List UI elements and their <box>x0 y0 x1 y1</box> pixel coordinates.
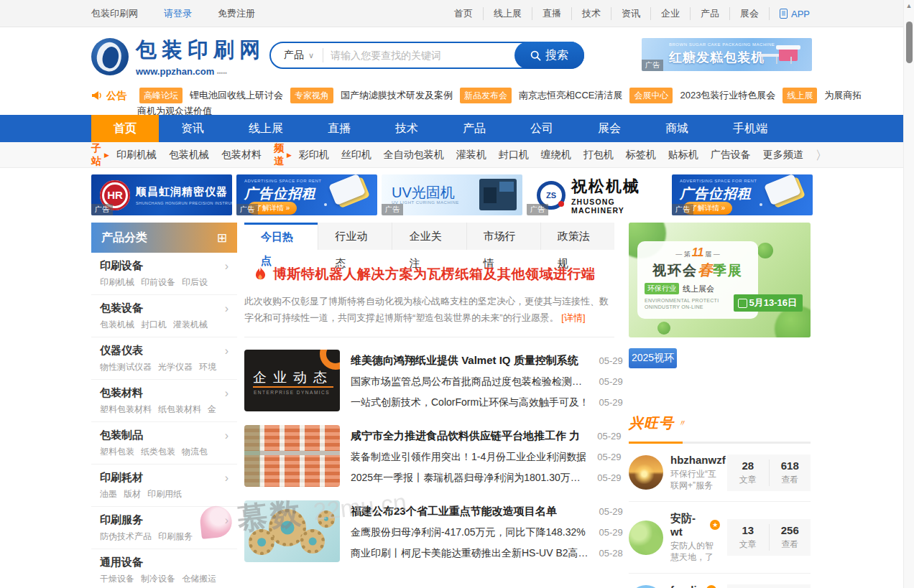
category-sub-link[interactable]: 封口机 <box>141 319 167 330</box>
nav-item-product[interactable]: 产品 <box>440 115 508 142</box>
news-item[interactable]: 维美德向鸿翔纸业提供 Valmet IQ 质量控制系统05-29 <box>351 350 623 371</box>
category-sub-link[interactable]: 仓储搬运 <box>182 574 216 584</box>
category-printing-consumables[interactable]: 印刷耗材› 油墨版材印刷用纸 <box>91 465 237 507</box>
channel-link[interactable]: 打包机 <box>583 149 614 162</box>
site-name-link[interactable]: 包装印刷网 <box>91 7 138 20</box>
ad-banner-uv[interactable]: UV光固机 UV LIGHT CURING MACHINE 广告 <box>382 174 522 215</box>
channel-link[interactable]: 贴标机 <box>668 149 698 162</box>
register-link[interactable]: 免费注册 <box>218 7 255 20</box>
articles-stat[interactable]: 13文章 <box>727 524 769 551</box>
category-sub-link[interactable]: 物流包 <box>182 447 208 457</box>
subsite-link[interactable]: 包装机械 <box>169 149 209 162</box>
more-channels-link[interactable]: 更多频道 <box>763 149 803 162</box>
account-name[interactable]: foodjx ★ <box>670 584 720 588</box>
category-sub-link[interactable]: 印后设 <box>182 277 208 287</box>
announce-link[interactable]: 为展商拓 <box>824 88 862 103</box>
avatar[interactable] <box>629 455 663 490</box>
account-name[interactable]: hbzhanwzf ★ <box>670 454 720 466</box>
search-category-dropdown[interactable]: 产品 ∨ <box>271 49 323 62</box>
news-item[interactable]: 装备制造业引领作用突出！1-4月份工业企业利润数据05-29 <box>351 447 622 467</box>
channel-link[interactable]: 灌装机 <box>456 149 486 162</box>
top-link-home[interactable]: 首页 <box>444 7 484 20</box>
channel-link[interactable]: 广告设备 <box>711 149 751 162</box>
nav-item-mall[interactable]: 商城 <box>643 115 711 142</box>
announce-badge[interactable]: 高峰论坛 <box>139 88 183 103</box>
channel-link[interactable]: 封口机 <box>499 149 529 162</box>
scrollbar-thumb[interactable] <box>906 22 913 63</box>
views-stat[interactable]: 618查看 <box>769 459 811 486</box>
tab-policy[interactable]: 政策法规 <box>540 223 614 250</box>
category-sub-link[interactable]: 版材 <box>124 489 141 499</box>
account-name[interactable]: 安防-wt ★ <box>670 512 720 538</box>
category-sub-link[interactable]: 印刷机械 <box>100 277 134 287</box>
announce-link[interactable]: 锂电池回收线上研讨会 <box>190 88 283 103</box>
category-sub-link[interactable]: 制冷设备 <box>141 574 175 584</box>
announce-link[interactable]: 国产纳滤膜技术研发及案例 <box>341 88 453 103</box>
ad-banner-rent-2[interactable]: ADVERTISING SPACE FOR RENT 广告位招租 了解详情 » … <box>672 174 813 215</box>
news-item[interactable]: 咸宁市全力推进食品饮料供应链平台地推工作 力05-29 <box>351 425 622 447</box>
category-sub-link[interactable]: 金 <box>208 404 216 414</box>
tab-company-focus[interactable]: 企业关注 <box>392 223 466 250</box>
category-sub-link[interactable]: 包装机械 <box>100 319 134 330</box>
top-link-live[interactable]: 直播 <box>532 7 572 20</box>
category-sub-link[interactable]: 防伪技术产品 <box>100 531 152 541</box>
nav-item-online-expo[interactable]: 线上展 <box>226 115 305 142</box>
top-link-product[interactable]: 产品 <box>691 7 730 20</box>
search-button[interactable]: 搜索 <box>514 42 584 69</box>
articles-stat[interactable]: 28文章 <box>727 459 769 486</box>
ad-banner-hongrun[interactable]: HR 顺昌虹润精密仪器 SHUNCHANG HONGRUN PRECISION … <box>91 174 232 215</box>
tab-today-hot[interactable]: 今日热点 <box>244 223 318 250</box>
announce-badge[interactable]: 新品发布会 <box>460 88 512 103</box>
announce-link[interactable]: 2023包装行业特色展会 <box>680 88 775 103</box>
more-channels-icon[interactable]: 〉 <box>816 147 828 164</box>
tab-industry-news[interactable]: 行业动态 <box>318 223 392 250</box>
top-link-company[interactable]: 企业 <box>651 7 691 20</box>
announce-link[interactable]: 南京志恒亮相CCE清洁展 <box>519 88 622 103</box>
site-logo[interactable]: 包装印刷网 www.ppzhan.com ▪▪▪▪▪ <box>91 36 265 77</box>
nav-item-tech[interactable]: 技术 <box>373 115 440 142</box>
category-sub-link[interactable]: 纸包装材料 <box>158 404 201 414</box>
category-sub-link[interactable]: 印刷服务 <box>158 531 193 541</box>
category-sub-link[interactable]: 塑料包装材料 <box>100 404 152 414</box>
scrollbar-up-arrow[interactable]: ▲ <box>904 0 914 11</box>
header-ad-banner[interactable]: BROWN SUGAR CAKE PACKAGING MACHINE 红糖发糕包… <box>642 38 812 71</box>
channel-link[interactable]: 彩印机 <box>299 149 329 162</box>
grid-icon[interactable]: ⊞ <box>217 230 227 246</box>
category-sub-link[interactable]: 印刷用纸 <box>147 489 182 499</box>
news-item[interactable]: 2025年一季报丨泰瑞机器归母净利润为1801.30万元，同05-29 <box>351 467 622 488</box>
top-link-expo[interactable]: 展会 <box>730 7 770 20</box>
category-sub-link[interactable]: 印前设备 <box>141 277 175 287</box>
news-item[interactable]: 商业印刷丨柯尼卡美能达重磅推出全新HS-UV B2高速UV05-28 <box>351 543 623 564</box>
category-instruments[interactable]: 仪器仪表› 物性测试仪器光学仪器环境 <box>91 337 237 380</box>
category-general-equipment[interactable]: 通用设备 干燥设备制冷设备仓储搬运 <box>91 549 237 588</box>
announce-badge[interactable]: 线上展 <box>783 88 817 103</box>
login-link[interactable]: 请登录 <box>164 7 192 20</box>
ad-banner-zhusong[interactable]: ZS 祝松机械 ZHUSONG MACHINERY 广告 <box>527 174 668 215</box>
category-packaging-equipment[interactable]: 包装设备› 包装机械封口机灌装机械 <box>91 295 237 337</box>
nav-item-live[interactable]: 直播 <box>305 115 373 142</box>
news-item[interactable]: 福建公布23个省工业重点节能改造项目名单05-29 <box>351 500 623 522</box>
expo-ad-banner[interactable]: — 第11届 — 视环会春季展 环保行业 线上展会 ENVIRONMENTAL … <box>629 223 811 337</box>
category-sub-link[interactable]: 油墨 <box>100 489 117 499</box>
category-sub-link[interactable]: 干燥设备 <box>100 574 134 584</box>
news-thumbnail-enterprise[interactable]: 企业动态 ENTERPRISE DYNAMICS <box>244 350 340 411</box>
category-sub-link[interactable]: 光学仪器 <box>158 362 193 372</box>
news-item[interactable]: 国家市场监管总局公布首批商品过度包装检验检测机构名05-29 <box>351 371 623 392</box>
search-input[interactable] <box>323 50 514 61</box>
scrollbar[interactable]: ▲ <box>903 0 914 588</box>
top-link-online-expo[interactable]: 线上展 <box>484 7 532 20</box>
announce-badge[interactable]: 会展中心 <box>629 88 673 103</box>
channel-link[interactable]: 丝印机 <box>341 149 371 162</box>
expo-2025-button[interactable]: 2025视环 <box>629 348 677 368</box>
views-stat[interactable]: 256查看 <box>769 524 811 551</box>
category-sub-link[interactable]: 物性测试仪器 <box>100 362 152 372</box>
nav-item-news[interactable]: 资讯 <box>159 115 226 142</box>
category-sub-link[interactable]: 塑料包装 <box>100 447 134 457</box>
category-printing-equipment[interactable]: 印刷设备› 印刷机械印前设备印后设 <box>91 253 237 295</box>
channel-link[interactable]: 全自动包装机 <box>384 149 444 162</box>
subsite-link[interactable]: 印刷机械 <box>116 149 157 162</box>
category-packaging-materials[interactable]: 包装材料› 塑料包装材料纸包装材料金 <box>91 380 237 422</box>
tab-market[interactable]: 市场行情 <box>466 223 540 250</box>
ad-banner-rent-1[interactable]: ADVERTISING SPACE FOR RENT 广告位招租 了解详情 » … <box>236 174 377 215</box>
featured-headline[interactable]: 博斯特机器人解决方案为瓦楞纸箱及其他领域进行端 <box>244 265 614 284</box>
